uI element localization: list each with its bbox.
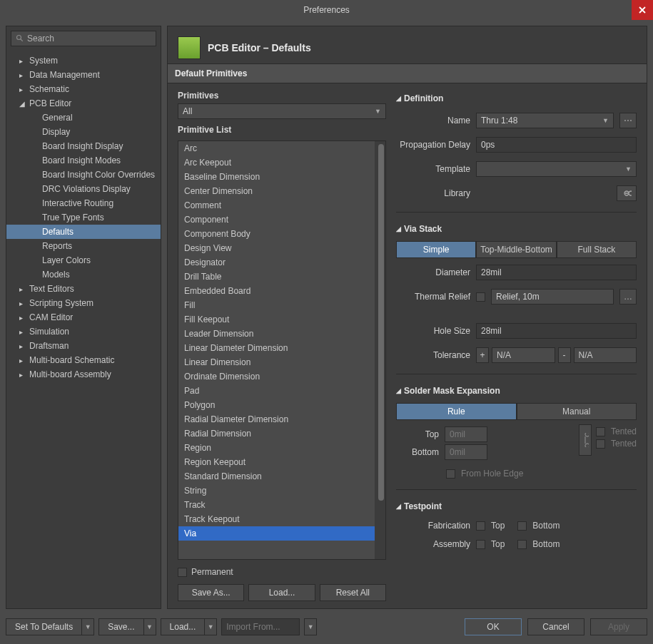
list-item[interactable]: String [178,484,385,498]
via-stack-tab[interactable]: Simple [396,241,476,258]
list-item[interactable]: Pad [178,384,385,398]
list-item[interactable]: Region [178,441,385,455]
search-input[interactable]: Search [11,31,156,46]
via-stack-group[interactable]: ◢Via Stack [396,221,637,237]
tree-item[interactable]: ▸Multi-board Schematic [6,353,161,367]
chevron-down-icon[interactable]: ▼ [143,618,156,635]
chevron-down-icon[interactable]: ▼ [304,618,317,635]
list-item[interactable]: Ordinate Dimension [178,369,385,384]
name-more-button[interactable]: ⋯ [619,113,637,128]
list-item[interactable]: Via [178,526,385,541]
tol-plus-input[interactable]: N/A [492,347,555,363]
import-from-input[interactable]: Import From... [221,618,300,635]
list-item[interactable]: Linear Diameter Dimension [178,341,385,355]
list-item[interactable]: Component [178,213,385,227]
tree-item[interactable]: ▸Draftsman [6,339,161,353]
assembly-label: Assembly [396,539,470,549]
list-item[interactable]: Drill Table [178,270,385,284]
caret-icon: ◢ [19,100,26,108]
name-dropdown[interactable]: Thru 1:48▼ [476,113,614,128]
list-item[interactable]: Comment [178,198,385,213]
list-item[interactable]: Radial Dimension [178,426,385,441]
tree-item-child[interactable]: DRC Violations Display [6,182,161,196]
tree-item-child[interactable]: Reports [6,239,161,253]
tree-item[interactable]: ▸Multi-board Assembly [6,367,161,382]
scrollbar-thumb[interactable] [378,144,384,501]
primitive-list[interactable]: ArcArc KeepoutBaseline DimensionCenter D… [178,140,386,560]
list-item[interactable]: Embedded Board [178,284,385,298]
tree-item-child[interactable]: Board Insight Modes [6,153,161,168]
load-split[interactable]: Load... ▼ [161,618,218,635]
scrollbar[interactable] [375,141,385,559]
close-button[interactable] [632,0,653,20]
fab-top-checkbox[interactable] [476,521,485,531]
thermal-more-button[interactable]: … [619,289,637,305]
tree-item-child[interactable]: General [6,111,161,125]
list-item[interactable]: Linear Dimension [178,355,385,369]
tree-item[interactable]: ◢PCB Editor [6,96,161,111]
list-item[interactable]: Fill [178,298,385,312]
tree-item[interactable]: ▸Schematic [6,82,161,96]
link-top-bottom-icon[interactable] [579,424,592,456]
list-item[interactable]: Leader Dimension [178,327,385,341]
diameter-input[interactable]: 28mil [476,265,637,280]
tree-item-child[interactable]: Board Insight Display [6,139,161,153]
list-item[interactable]: Designator [178,255,385,270]
chevron-down-icon[interactable]: ▼ [204,618,217,635]
via-stack-tab[interactable]: Top-Middle-Bottom [476,241,556,258]
library-link-button[interactable] [617,185,637,201]
list-item[interactable]: Radial Diameter Dimension [178,412,385,426]
solder-mask-tab[interactable]: Manual [517,403,637,420]
prop-delay-input[interactable]: 0ps [476,137,637,153]
primitives-filter-dropdown[interactable]: All ▼ [178,103,386,119]
testpoint-group[interactable]: ◢Testpoint [396,499,637,514]
tree-item[interactable]: ▸CAM Editor [6,310,161,324]
list-item[interactable]: Arc Keepout [178,155,385,170]
template-dropdown[interactable]: ▼ [476,161,637,177]
tree-item-child[interactable]: True Type Fonts [6,210,161,225]
asm-bottom-checkbox[interactable] [517,540,527,549]
tree-item-child[interactable]: Models [6,267,161,282]
tree-item[interactable]: ▸Simulation [6,324,161,339]
list-item[interactable]: Standard Dimension [178,469,385,484]
tree-item[interactable]: ▸Text Editors [6,282,161,296]
solder-mask-group[interactable]: ◢Solder Mask Expansion [396,383,637,399]
tree-item-child[interactable]: Defaults [6,225,161,239]
list-item[interactable]: Center Dimension [178,184,385,198]
set-defaults-split[interactable]: Set To Defaults ▼ [6,618,94,635]
save-split[interactable]: Save... ▼ [98,618,156,635]
tree-item-child[interactable]: Interactive Routing [6,196,161,210]
reset-all-button[interactable]: Reset All [320,584,386,601]
list-item[interactable]: Polygon [178,398,385,412]
via-stack-tab[interactable]: Full Stack [557,241,637,258]
tree-item[interactable]: ▸Data Management [6,68,161,82]
chevron-down-icon[interactable]: ▼ [81,618,94,635]
list-item[interactable]: Track [178,498,385,512]
list-item[interactable]: Region Keepout [178,455,385,469]
ok-button[interactable]: OK [465,618,522,635]
permanent-checkbox-row[interactable]: Permanent [178,567,386,577]
tree-item[interactable]: ▸System [6,53,161,68]
hole-size-input[interactable]: 28mil [476,323,637,339]
list-item[interactable]: Baseline Dimension [178,170,385,184]
solder-mask-tab[interactable]: Rule [396,403,517,420]
tol-minus-input[interactable]: N/A [574,347,637,363]
tree-item-child[interactable]: Display [6,125,161,139]
permanent-checkbox[interactable] [178,568,187,577]
list-item[interactable]: Component Body [178,227,385,241]
tree-item[interactable]: ▸Scripting System [6,296,161,310]
list-item[interactable]: Track Keepout [178,512,385,526]
definition-group[interactable]: ◢Definition [396,91,637,106]
save-as-button[interactable]: Save As... [178,584,244,601]
chevron-down-icon: ▼ [375,108,381,115]
thermal-checkbox[interactable] [476,292,485,302]
list-item[interactable]: Arc [178,141,385,155]
list-item[interactable]: Design View [178,241,385,255]
asm-top-checkbox[interactable] [476,540,485,549]
tree-item-child[interactable]: Board Insight Color Overrides [6,168,161,182]
list-item[interactable]: Fill Keepout [178,312,385,327]
cancel-button[interactable]: Cancel [527,618,584,635]
load-button[interactable]: Load... [248,584,315,601]
tree-item-child[interactable]: Layer Colors [6,253,161,267]
fab-bottom-checkbox[interactable] [517,521,527,531]
